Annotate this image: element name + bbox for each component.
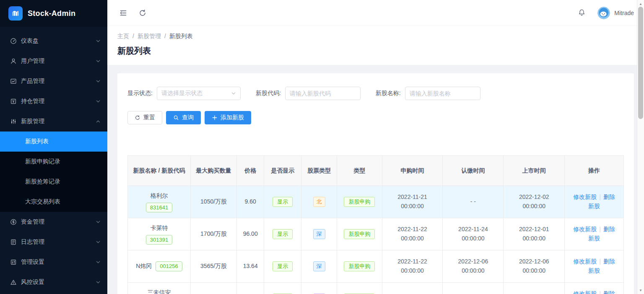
dashboard-icon	[10, 38, 17, 44]
price-value: 96.00	[237, 218, 264, 250]
chevron-down-icon	[96, 240, 101, 245]
col-pay-time: 认缴时间	[443, 156, 504, 186]
col-market: 股票类型	[301, 156, 337, 186]
notifications-bell-icon[interactable]	[575, 6, 588, 20]
edit-stock-link[interactable]: 修改新股	[573, 258, 597, 265]
sidebar-item-label: 用户管理	[21, 57, 44, 65]
breadcrumb-home[interactable]: 主页	[117, 33, 129, 40]
breadcrumb-separator: /	[132, 33, 134, 40]
page-header: 主页 / 新股管理 / 新股列表 新股列表	[107, 26, 644, 65]
stock-name-label: 新股名称:	[376, 90, 401, 97]
col-price: 价格	[237, 156, 264, 186]
breadcrumb-separator: /	[164, 33, 166, 40]
table-row: 三未信安 1914/万股 78.90 显示 沪 新股申购 2022-11-23 …	[128, 283, 624, 294]
pay-date: - -	[447, 197, 499, 206]
sidebar-item-positions[interactable]: 持仓管理	[0, 91, 107, 111]
scrollbar[interactable]: ▲ ▼	[637, 0, 644, 294]
display-status-label: 显示状态:	[127, 90, 153, 97]
positions-icon	[10, 98, 17, 105]
subscribe-time: 00:00:00	[387, 234, 439, 243]
type-tag: 新股申购	[344, 229, 375, 240]
sidebar-menu: 仪表盘 用户管理 产品管理 持仓管理 新股管理	[0, 31, 107, 292]
display-status-tag: 显示	[273, 197, 293, 207]
submenu-item-ipo-subscriptions[interactable]: 新股申购记录	[0, 152, 107, 172]
admin-settings-icon	[10, 259, 17, 266]
chevron-down-icon	[231, 91, 236, 96]
funds-icon	[10, 219, 17, 225]
scroll-up-arrow[interactable]: ▲	[637, 0, 644, 7]
chevron-down-icon	[96, 260, 101, 265]
sidebar-item-ipo[interactable]: 新股管理	[0, 111, 107, 132]
chevron-down-icon	[96, 59, 101, 64]
listing-time: 00:00:00	[508, 202, 560, 211]
sidebar-item-dashboard[interactable]: 仪表盘	[0, 31, 107, 51]
user-avatar[interactable]	[597, 7, 610, 19]
sidebar-item-risk-settings[interactable]: 风控设置	[0, 272, 107, 292]
risk-settings-icon	[10, 279, 17, 286]
search-button-label: 查询	[182, 114, 194, 121]
submenu-item-ipo-grab-records[interactable]: 新股抢筹记录	[0, 172, 107, 192]
subscribe-date: 2022-11-21	[387, 193, 439, 202]
pay-time: 00:00:00	[447, 266, 499, 276]
col-subscribe-time: 申购时间	[382, 156, 443, 186]
subscribe-date: 2022-11-22	[387, 225, 439, 234]
col-display: 是否显示	[264, 156, 301, 186]
chevron-down-icon	[96, 219, 101, 224]
logs-icon	[10, 239, 17, 245]
scroll-down-arrow[interactable]: ▼	[637, 287, 644, 294]
search-button[interactable]: 查询	[166, 111, 201, 124]
table-row: 卡莱特 301391 1700/万股 96.00 显示 深 新股申购 2022-…	[128, 218, 624, 250]
table-row: N炜冈 001256 3565/万股 13.64 显示 深 新股申购 2022-…	[128, 250, 624, 283]
display-status-tag: 显示	[273, 261, 293, 272]
refresh-icon[interactable]	[136, 6, 149, 20]
chevron-down-icon	[96, 280, 101, 285]
sidebar-item-funds[interactable]: 资金管理	[0, 212, 107, 232]
users-icon	[10, 58, 17, 64]
sidebar-item-admin-settings[interactable]: 管理设置	[0, 252, 107, 272]
stock-name: 卡莱特	[150, 224, 168, 233]
chevron-down-icon	[96, 79, 101, 84]
col-name-code: 新股名称 / 新股代码	[128, 156, 191, 186]
max-buy-value: 1050/万股	[190, 186, 236, 218]
max-buy-value: 1914/万股	[190, 283, 236, 294]
stock-code-input[interactable]	[285, 87, 361, 100]
sidebar-item-label: 管理设置	[21, 258, 44, 266]
reset-button[interactable]: 重置	[127, 111, 162, 124]
ipo-icon	[10, 118, 17, 125]
scroll-thumb[interactable]	[638, 7, 643, 119]
sidebar-item-users[interactable]: 用户管理	[0, 51, 107, 71]
col-max-buy: 最大购买数量	[190, 156, 236, 186]
sidebar-item-products[interactable]: 产品管理	[0, 71, 107, 91]
topbar-right: Mitrade	[575, 6, 634, 20]
pay-time: 00:00:00	[447, 234, 499, 243]
edit-stock-link[interactable]: 修改新股	[573, 226, 597, 232]
action-separator: |	[599, 290, 601, 294]
search-icon	[173, 115, 179, 121]
collapse-sidebar-button[interactable]	[117, 6, 130, 20]
listing-time: 00:00:00	[508, 266, 560, 276]
display-status-placeholder: 请选择显示状态	[161, 90, 231, 97]
app-logo[interactable]: Stock-Admin	[0, 0, 107, 27]
subscribe-time: 00:00:00	[387, 202, 439, 211]
chevron-up-icon	[96, 119, 101, 124]
sidebar-item-logs[interactable]: 日志管理	[0, 232, 107, 252]
col-actions: 操作	[565, 156, 624, 186]
submenu-item-ipo-list[interactable]: 新股列表	[0, 132, 107, 152]
submenu-item-block-trades[interactable]: 大宗交易列表	[0, 192, 107, 212]
submenu-item-label: 新股申购记录	[25, 158, 60, 165]
add-stock-button[interactable]: 添加新股	[205, 111, 251, 124]
edit-stock-link[interactable]: 修改新股	[573, 193, 597, 200]
display-status-select[interactable]: 请选择显示状态	[157, 87, 241, 100]
breadcrumb-ipo-management[interactable]: 新股管理	[138, 33, 161, 40]
sidebar-item-label: 风控设置	[21, 279, 44, 286]
stock-name-input[interactable]	[405, 87, 480, 100]
subscribe-date: 2022-11-22	[387, 257, 439, 266]
type-tag: 新股申购	[344, 261, 375, 272]
col-type: 类型	[337, 156, 382, 186]
subscribe-time: 00:00:00	[387, 266, 439, 276]
filter-bar: 显示状态: 请选择显示状态 新股代码: 新股名称:	[127, 87, 624, 100]
user-name[interactable]: Mitrade	[614, 10, 634, 16]
ipo-list-card: 显示状态: 请选择显示状态 新股代码: 新股名称:	[117, 73, 634, 294]
edit-stock-link[interactable]: 修改新股	[573, 290, 597, 294]
market-tag: 深	[313, 229, 325, 240]
